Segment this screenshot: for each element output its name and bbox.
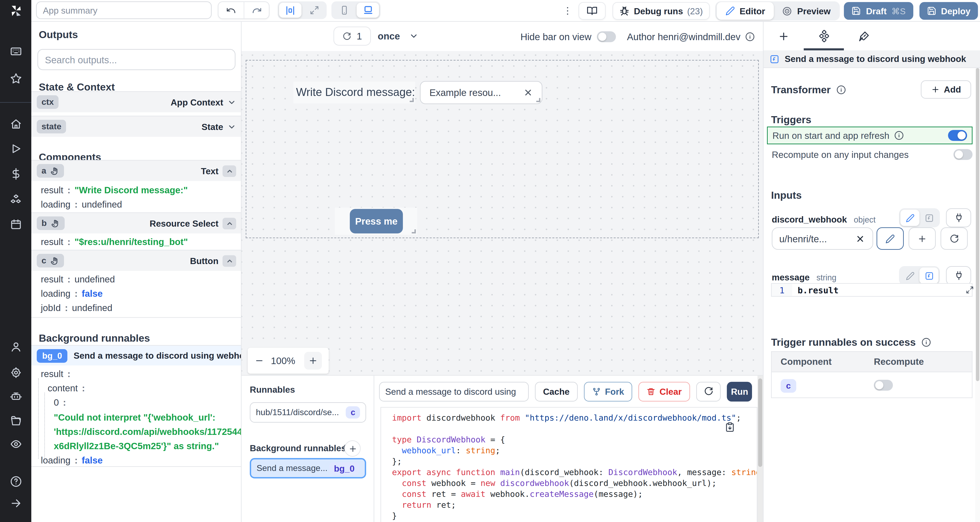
divider	[31, 317, 242, 318]
hide-bar-toggle[interactable]	[597, 31, 616, 42]
comp-b-outputs: result:"$res:u/henri/testing_bot"	[41, 235, 188, 249]
resource-select-component[interactable]: Example resou...	[420, 81, 542, 104]
app-icon[interactable]	[10, 46, 22, 57]
component-a-row[interactable]: a Text	[31, 160, 242, 181]
tab-settings[interactable]	[804, 22, 844, 50]
text-component[interactable]: Write Discord message:	[293, 82, 415, 103]
redo-button[interactable]	[243, 2, 269, 18]
fn-mode-button[interactable]	[920, 210, 939, 226]
tab-styling[interactable]	[844, 22, 884, 50]
desktop-button[interactable]	[356, 3, 379, 18]
dw-mode-controls	[899, 208, 971, 227]
code-editor[interactable]: import discordwebhook from "https://deno…	[380, 407, 757, 522]
fork-button[interactable]: Fork	[584, 382, 632, 401]
fullscreen-button[interactable]	[303, 3, 325, 18]
mobile-button[interactable]	[333, 3, 355, 18]
refresh-count-box[interactable]: 1	[334, 27, 371, 46]
runnables-panel: Runnables hub/1511/discord/se... c Backg…	[242, 376, 374, 522]
clear-button[interactable]: Clear	[638, 382, 690, 401]
copy-icon[interactable]	[725, 422, 735, 432]
background-runnables-title: Background runnables	[250, 443, 346, 453]
collapse-icon[interactable]	[10, 498, 22, 509]
zoom-out-icon[interactable]	[255, 356, 264, 366]
connect-button[interactable]	[946, 208, 971, 227]
top-header: Debug runs(23) Editor Preview Draft⌘S De…	[31, 0, 980, 22]
app-canvas[interactable]: Write Discord message: Example resou... …	[242, 51, 763, 375]
resize-handle[interactable]	[536, 98, 540, 102]
eye-icon[interactable]	[10, 438, 22, 450]
pointer-icon	[50, 256, 59, 265]
resources-icon[interactable]	[10, 194, 22, 205]
resize-handle[interactable]	[410, 98, 414, 102]
runnable-name-input[interactable]	[379, 382, 529, 401]
folder-icon[interactable]	[10, 415, 22, 427]
refresh-resource-button[interactable]	[940, 227, 968, 250]
app-summary-input[interactable]	[36, 2, 212, 19]
preview-tab[interactable]: Preview	[774, 6, 839, 16]
add-transformer-button[interactable]: Add	[921, 80, 971, 99]
code-line: };	[392, 456, 757, 467]
mode-select[interactable]: once	[378, 27, 418, 46]
search-outputs-input[interactable]	[37, 49, 235, 70]
refresh-button[interactable]	[696, 382, 721, 401]
bg0-row[interactable]: bg_0 Send a message to discord using web…	[31, 345, 242, 366]
editor-tab[interactable]: Editor	[716, 2, 774, 20]
state-context-title: State & Context	[39, 81, 115, 92]
collapse-c-button[interactable]	[223, 255, 236, 267]
code-scrollbar[interactable]	[757, 376, 763, 522]
connect-button[interactable]	[946, 266, 971, 285]
runs-icon[interactable]	[10, 143, 22, 154]
panel-scrollbar[interactable]	[975, 68, 980, 522]
resource-picker[interactable]: u/henri/te...	[772, 227, 873, 250]
tab-insert[interactable]	[764, 22, 804, 50]
help-icon[interactable]	[10, 476, 22, 487]
collapse-a-button[interactable]	[223, 165, 236, 177]
recompute-c-toggle[interactable]	[874, 380, 893, 390]
editor-preview-toggle: Editor Preview	[715, 2, 840, 21]
button-component[interactable]: Press me	[335, 208, 417, 235]
workers-icon[interactable]	[10, 391, 22, 402]
schedules-icon[interactable]	[10, 218, 22, 230]
runnable-header: Send a message to discord using webhook	[764, 50, 980, 68]
bg0-runnable-item[interactable]: Send a message... bg_0	[250, 458, 366, 479]
hub-runnable-item[interactable]: hub/1511/discord/se... c	[250, 402, 366, 423]
settings-icon[interactable]	[10, 367, 22, 379]
windmill-logo-icon[interactable]	[9, 4, 22, 18]
undo-redo-group	[218, 2, 269, 19]
variables-icon[interactable]	[10, 168, 22, 180]
deploy-button[interactable]: Deploy	[919, 2, 978, 20]
component-c-row[interactable]: c Button	[31, 250, 242, 271]
fn-mode-button[interactable]	[920, 267, 939, 284]
star-icon[interactable]	[10, 73, 22, 84]
state-row[interactable]: state State	[31, 116, 242, 137]
discord-webhook-label: discord_webhookobject	[772, 214, 876, 224]
recompute-toggle[interactable]	[953, 149, 972, 160]
recompute-row: Recompute on any input changes	[772, 147, 972, 162]
undo-button[interactable]	[218, 2, 243, 18]
zoom-control: 100%	[248, 348, 329, 374]
static-mode-button[interactable]	[900, 210, 920, 226]
message-expression-editor[interactable]: 1 b.result	[771, 283, 972, 297]
user-icon[interactable]	[10, 341, 22, 353]
more-menu-icon[interactable]	[562, 5, 573, 16]
cache-button[interactable]: Cache	[535, 382, 578, 401]
zoom-in-button[interactable]	[304, 352, 322, 369]
canvas-topbar: 1 once Hide bar on view Author henri@win…	[242, 22, 763, 51]
run-on-start-toggle[interactable]	[948, 130, 967, 141]
run-button[interactable]: Run	[727, 382, 752, 401]
draft-button[interactable]: Draft⌘S	[844, 2, 913, 20]
edit-resource-button[interactable]	[877, 227, 904, 250]
ctx-row[interactable]: ctx App Context	[31, 91, 242, 112]
docs-button[interactable]	[579, 2, 606, 20]
align-button[interactable]	[279, 3, 301, 18]
debug-runs-button[interactable]: Debug runs(23)	[613, 2, 710, 20]
expand-icon[interactable]	[966, 286, 974, 294]
press-me-button[interactable]: Press me	[350, 209, 403, 234]
resize-handle[interactable]	[412, 229, 416, 234]
add-resource-button[interactable]	[908, 227, 936, 250]
add-background-runnable-button[interactable]	[344, 440, 361, 457]
collapse-b-button[interactable]	[223, 218, 236, 229]
static-mode-button[interactable]	[900, 267, 920, 284]
home-icon[interactable]	[10, 118, 22, 130]
component-b-row[interactable]: b Resource Select	[31, 212, 242, 234]
